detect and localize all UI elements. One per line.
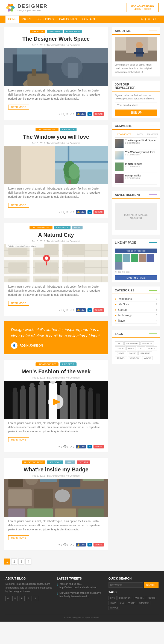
ftag-fashion[interactable]: FASHION (133, 596, 146, 600)
ftag-startup[interactable]: STARTUP (138, 601, 151, 605)
stag-guide[interactable]: GUIDE (115, 346, 125, 350)
ftag-help[interactable]: HELP (109, 601, 118, 605)
newsletter-button[interactable]: SIGN UP (115, 110, 157, 116)
comment-2: The Window you will love 0 COMMENTS (115, 149, 157, 161)
cat-inspirations[interactable]: ▶ Inspirations 7 (115, 296, 157, 302)
cat-startup[interactable]: ▶ Startup 3 (115, 307, 157, 313)
linkedin-btn[interactable]: in (87, 112, 92, 116)
linkedin-btn-2[interactable]: in (87, 210, 92, 214)
stag-work[interactable]: WORK (142, 356, 153, 360)
nav-pages[interactable]: PAGES (19, 16, 34, 23)
rss-icon[interactable]: ⊕ (140, 18, 143, 21)
tag-sports-6[interactable]: SPORTS (77, 460, 90, 464)
comment-3-title[interactable]: in Natural City (125, 163, 157, 165)
stag-designer[interactable]: DESIGNER (124, 341, 140, 345)
tag-uncategorized[interactable]: UNCATEGORIZED (36, 128, 59, 131)
tab-likes[interactable]: LIKES (134, 132, 145, 137)
tab-comments[interactable]: COMMENTS (115, 132, 134, 137)
footer-tw[interactable]: t (33, 596, 38, 601)
comment-2-title[interactable]: The Window you will love (125, 151, 157, 153)
twitter-icon[interactable]: t (158, 18, 159, 21)
stag-plane[interactable]: PLANE (146, 346, 157, 350)
footer-mail[interactable]: ✉ (12, 596, 18, 601)
share-btn-3[interactable]: SHARE (93, 308, 104, 312)
post-2-read-more[interactable]: READ MORE (8, 203, 29, 208)
ad-box[interactable]: FOR ADVERTISING 400px × 100px (127, 3, 159, 12)
post-5-read-more[interactable]: READ MORE (8, 437, 29, 442)
like-btn-3[interactable]: 👍 Like (76, 308, 86, 312)
mail-icon[interactable]: ✉ (148, 18, 150, 21)
footer-fb[interactable]: f (26, 596, 31, 601)
nav-post-types[interactable]: POST TYPES (34, 16, 56, 23)
tag-ls-6[interactable]: LIFE STYLE (47, 460, 63, 464)
share-btn[interactable]: SHARE (93, 112, 104, 116)
tag-1[interactable]: THE BLOG (30, 30, 45, 33)
tag-maps-3[interactable]: MAPS (72, 226, 83, 229)
newsletter-input[interactable] (115, 102, 157, 108)
ftag-travel[interactable]: TRAVEL (109, 606, 120, 610)
share-btn-2[interactable]: SHARE (93, 210, 104, 214)
ftag-guide[interactable]: GUIDE (147, 596, 157, 600)
post-5-image[interactable]: Donald Calkhoven Winter 2018 Men's Fashi… (4, 381, 108, 419)
svg-point-80 (71, 383, 76, 388)
comment-1-title[interactable]: The Designer Work Space (125, 139, 157, 142)
stag-fashion[interactable]: FASHION (140, 341, 154, 345)
post-6-read-more[interactable]: READ MORE (8, 535, 29, 540)
page-2[interactable]: 2 (11, 559, 17, 565)
stag-window[interactable]: WINDOW (128, 356, 141, 360)
like-btn-5[interactable]: 👍 Like (76, 445, 86, 448)
tag-ls-5[interactable]: LIFE STYLE (60, 362, 77, 366)
tag-2[interactable]: DESIGNER (47, 30, 63, 33)
ftag-work[interactable]: WORK (127, 601, 137, 605)
like-btn-2[interactable]: 👍 Like (76, 210, 86, 214)
ad-banner[interactable]: BANNER SPACE 340×250 (115, 203, 157, 230)
ftag-city[interactable]: CITY (109, 596, 117, 600)
page-1[interactable]: 1 (4, 559, 10, 565)
cat-travel[interactable]: ▶ Travel 4 (115, 318, 157, 324)
tag-3[interactable]: INSPIRATION (64, 30, 82, 33)
tab-random[interactable]: RANDOM (145, 132, 160, 137)
stag-travel[interactable]: TRAVEL (115, 356, 127, 360)
footer-pin[interactable]: P (19, 596, 25, 601)
footer-search-button[interactable]: SEARCH (144, 582, 159, 588)
post-5-meta: Feb 5, 2015 / By: John Smith / No Commen… (4, 376, 108, 381)
tag-unc-5[interactable]: UNCATEGORIZED (36, 362, 59, 366)
search-icon[interactable]: ⚲ (144, 18, 146, 21)
cat-technology[interactable]: ▶ Technology 5 (115, 313, 157, 318)
linkedin-btn-6[interactable]: in (87, 543, 92, 546)
post-1-read-more[interactable]: READ MORE (8, 105, 29, 110)
page-4[interactable]: 4 (25, 559, 31, 565)
cat-lifestyle[interactable]: ▶ Life Style 2 (115, 302, 157, 307)
ftag-designer[interactable]: DESIGNER (118, 596, 132, 600)
page-3[interactable]: 3 (18, 559, 24, 565)
cat-label-5: Travel (118, 319, 125, 322)
stag-smile[interactable]: SMILE (127, 351, 137, 355)
like-page-button[interactable]: LIKE THIS PAGE (115, 275, 157, 280)
like-btn[interactable]: 👍 Like (76, 112, 86, 116)
google-icon[interactable]: G (152, 18, 154, 21)
nav-contact[interactable]: CONTACT (80, 16, 98, 23)
stag-old[interactable]: OLD (137, 346, 145, 350)
linkedin-btn-3[interactable]: in (87, 308, 92, 312)
ftag-old[interactable]: OLD (118, 601, 126, 605)
tag-lifestyle[interactable]: LIFE STYLE (60, 128, 77, 131)
tag-unc-3[interactable]: UNCATEGORIZED (30, 226, 53, 229)
footer-rss[interactable]: ⊕ (5, 596, 11, 601)
tag-maps-6[interactable]: MAPS (65, 460, 75, 464)
comment-4-title[interactable]: Design Quilte (125, 174, 157, 177)
linkedin-btn-5[interactable]: in (87, 445, 92, 448)
stag-quote[interactable]: QUOTE (115, 351, 126, 355)
footer-search-input[interactable] (109, 582, 143, 588)
facebook-icon[interactable]: f (155, 18, 156, 21)
share-btn-6[interactable]: SHARE (93, 543, 104, 546)
tag-ls-3[interactable]: LIFE STYLE (54, 226, 71, 229)
post-3-read-more[interactable]: READ MORE (8, 301, 29, 306)
tag-unc-6[interactable]: UNCATEGORIZED (22, 460, 45, 464)
nav-home[interactable]: HOME (5, 16, 19, 23)
like-btn-6[interactable]: 👍 Like (76, 543, 86, 546)
nav-categories[interactable]: CATEGORIES (56, 16, 80, 23)
stag-help[interactable]: HELP (126, 346, 136, 350)
stag-city[interactable]: CITY (115, 341, 124, 345)
share-btn-5[interactable]: SHARE (93, 445, 104, 448)
stag-startup[interactable]: STARTUP (138, 351, 152, 355)
